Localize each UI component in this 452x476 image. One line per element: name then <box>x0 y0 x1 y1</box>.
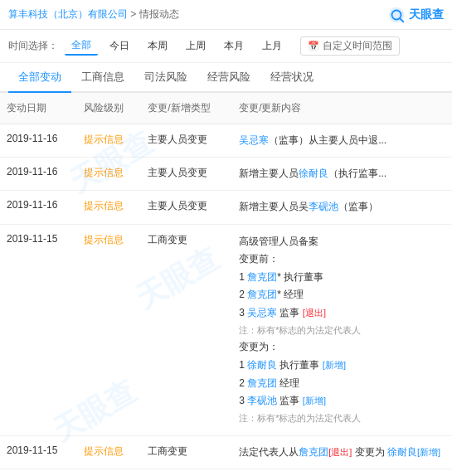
col-risk: 风险级别 <box>77 93 141 124</box>
time-btn-lastmonth[interactable]: 上月 <box>255 37 289 55</box>
change-note2: 注：标有*标志的为法定代表人 <box>239 410 445 427</box>
table-row: 2019-11-15 提示信息 工商变更 法定代表人从詹克团[退出] 变更为 徐… <box>0 435 452 469</box>
tab-all[interactable]: 全部变动 <box>8 63 71 93</box>
tag-new-1: [新增] <box>323 360 346 370</box>
changes-table-container: 天眼查 天眼查 天眼查 变动日期 风险级别 变更/新增类型 变更/更新内容 20… <box>0 93 452 469</box>
row5-content: 法定代表人从詹克团[退出] 变更为 徐耐良[新增] <box>232 435 452 469</box>
tab-judicial[interactable]: 司法风险 <box>134 63 197 93</box>
row2-risk[interactable]: 提示信息 <box>77 158 141 191</box>
person-link-xunailiang[interactable]: 徐耐良 <box>299 168 328 179</box>
time-btn-all[interactable]: 全部 <box>65 36 98 56</box>
time-filter-label: 时间选择： <box>8 39 58 53</box>
time-btn-today[interactable]: 今日 <box>103 37 136 55</box>
change-note1: 注：标有*标志的为法定代表人 <box>239 323 445 339</box>
time-custom-label: 自定义时间范围 <box>323 39 392 53</box>
tab-operation-status[interactable]: 经营状况 <box>260 63 323 93</box>
row3-risk[interactable]: 提示信息 <box>77 191 141 224</box>
person-link-wujihan[interactable]: 吴忌寒 <box>239 134 269 146</box>
table-header-row: 变动日期 风险级别 变更/新增类型 变更/更新内容 <box>0 93 452 124</box>
before-item-2: 2 詹克团* 经理 <box>239 286 445 304</box>
after-item-1: 1 徐耐良 执行董事 [新增] <box>239 357 445 375</box>
tag-new-2: [新增] <box>303 396 326 406</box>
row3-change-type: 主要人员变更 <box>141 191 232 224</box>
row1-date: 2019-11-16 <box>0 124 77 158</box>
breadcrumb-separator: > <box>130 8 139 20</box>
row2-change-type: 主要人员变更 <box>141 158 232 191</box>
main-tabs: 全部变动 工商信息 司法风险 经营风险 经营状况 <box>0 63 452 93</box>
person-link-zhankuantuan3[interactable]: 詹克团 <box>247 377 277 389</box>
svg-line-2 <box>401 18 404 22</box>
before-label: 变更前： <box>239 250 445 269</box>
change-title: 高级管理人员备案 <box>239 233 445 251</box>
row2-content: 新增主要人员徐耐良（执行监事... <box>232 158 452 191</box>
time-filter-bar: 时间选择： 全部 今日 本周 上周 本月 上月 📅 自定义时间范围 <box>0 30 452 63</box>
time-btn-lastweek[interactable]: 上周 <box>179 37 212 55</box>
person-link-liyanchi2[interactable]: 李砚池 <box>247 395 277 406</box>
person-link-zhankuantuan1[interactable]: 詹克团 <box>247 271 277 283</box>
row2-date: 2019-11-16 <box>0 158 77 191</box>
row3-date: 2019-11-16 <box>0 191 77 224</box>
logo-icon <box>387 6 406 24</box>
person-link-zhankuantuan-legal[interactable]: 詹克团 <box>299 446 328 458</box>
breadcrumb-link[interactable]: 算丰科技（北京）有限公司 <box>8 8 128 20</box>
person-link-wujihan2[interactable]: 吴忌寒 <box>247 307 277 318</box>
tab-operation-risk[interactable]: 经营风险 <box>197 63 260 93</box>
person-link-liyanchi[interactable]: 李砚池 <box>309 201 338 212</box>
col-change-type: 变更/新增类型 <box>141 93 232 124</box>
time-btn-month[interactable]: 本月 <box>217 37 250 55</box>
breadcrumb[interactable]: 算丰科技（北京）有限公司 > 情报动态 <box>8 7 179 22</box>
before-item-1: 1 詹克团* 执行董事 <box>239 269 445 287</box>
row3-content: 新增主要人员吴李砚池（监事） <box>232 191 452 224</box>
row4-date: 2019-11-15 <box>0 224 77 435</box>
row1-content: 吴忌寒（监事）从主要人员中退... <box>232 124 452 158</box>
row1-change-type: 主要人员变更 <box>141 124 232 158</box>
page-header: 算丰科技（北京）有限公司 > 情报动态 天眼查 <box>0 0 452 30</box>
row5-change-type: 工商变更 <box>141 435 232 469</box>
time-options: 全部 今日 本周 上周 本月 上月 📅 自定义时间范围 <box>65 36 400 56</box>
row4-change-type: 工商变更 <box>141 224 232 435</box>
after-item-2: 2 詹克团 经理 <box>239 375 445 393</box>
after-item-3: 3 李砚池 监事 [新增] <box>239 392 445 410</box>
person-link-zhankuantuan2[interactable]: 詹克团 <box>247 289 277 300</box>
person-link-xunailiang2[interactable]: 徐耐良 <box>247 359 277 371</box>
row4-risk[interactable]: 提示信息 <box>77 224 141 435</box>
person-link-xunailiang-legal[interactable]: 徐耐良 <box>387 446 417 458</box>
time-btn-week[interactable]: 本周 <box>141 37 174 55</box>
time-custom-range[interactable]: 📅 自定义时间范围 <box>300 36 400 56</box>
table-row: 2019-11-16 提示信息 主要人员变更 新增主要人员吴李砚池（监事） <box>0 191 452 224</box>
tag-exit-1: [退出] <box>303 308 326 318</box>
before-item-3: 3 吴忌寒 监事 [退出] <box>239 304 445 323</box>
breadcrumb-current: 情报动态 <box>139 8 179 20</box>
table-row: 2019-11-16 提示信息 主要人员变更 新增主要人员徐耐良（执行监事... <box>0 158 452 191</box>
changes-table: 变动日期 风险级别 变更/新增类型 变更/更新内容 2019-11-16 提示信… <box>0 93 452 469</box>
row4-content: 高级管理人员备案 变更前： 1 詹克团* 执行董事 2 詹克团* 经理 3 吴忌… <box>232 224 452 435</box>
after-label: 变更为： <box>239 338 445 357</box>
row5-date: 2019-11-15 <box>0 435 77 469</box>
table-row: 2019-11-15 提示信息 工商变更 高级管理人员备案 变更前： 1 詹克团… <box>0 224 452 435</box>
logo-text: 天眼查 <box>409 7 444 22</box>
row1-risk[interactable]: 提示信息 <box>77 124 141 158</box>
table-row: 2019-11-16 提示信息 主要人员变更 吴忌寒（监事）从主要人员中退... <box>0 124 452 158</box>
tag-new-legal: [新增] <box>417 447 440 457</box>
row5-risk[interactable]: 提示信息 <box>77 435 141 469</box>
tag-exit-legal: [退出] <box>328 447 352 457</box>
change-detail-block: 高级管理人员备案 变更前： 1 詹克团* 执行董事 2 詹克团* 经理 3 吴忌… <box>239 233 445 427</box>
col-content: 变更/更新内容 <box>232 93 452 124</box>
calendar-icon: 📅 <box>308 41 319 51</box>
col-date: 变动日期 <box>0 93 77 124</box>
tab-business[interactable]: 工商信息 <box>71 63 134 93</box>
site-logo: 天眼查 <box>387 6 444 24</box>
